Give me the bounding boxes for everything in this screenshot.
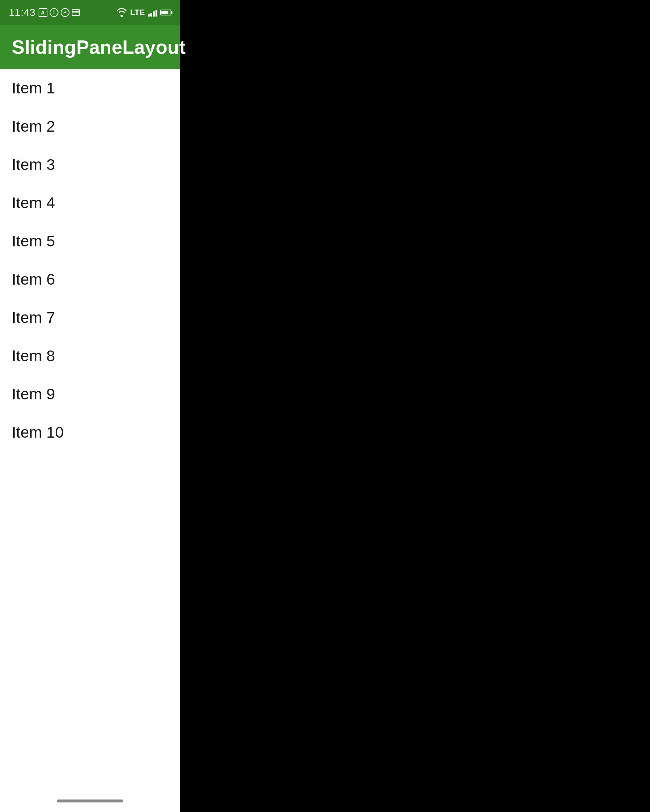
- list-item-text: Item 10: [12, 424, 64, 441]
- list-item-text: Item 1: [12, 79, 55, 97]
- list-item-text: Item 2: [12, 118, 55, 135]
- notification-card-icon: [72, 9, 80, 16]
- battery-fill: [162, 11, 168, 14]
- list-item[interactable]: Item 6: [0, 260, 180, 299]
- list-item[interactable]: Item 1: [0, 69, 180, 107]
- list-item-text: Item 4: [12, 194, 55, 212]
- signal-bar-4: [156, 10, 157, 17]
- wifi-icon: [116, 8, 127, 17]
- list-item[interactable]: Item 10: [0, 414, 180, 452]
- list-item[interactable]: Item 3: [0, 146, 180, 184]
- phone-panel: 11:43 A i P LTE: [0, 0, 180, 812]
- list-item[interactable]: Item 8: [0, 337, 180, 375]
- status-bar: 11:43 A i P LTE: [0, 0, 180, 25]
- list-item[interactable]: Item 9: [0, 375, 180, 414]
- list-item[interactable]: Item 4: [0, 184, 180, 222]
- list-container: Item 1 Item 2 Item 3 Item 4 Item 5 Item …: [0, 69, 180, 790]
- list-item-text: Item 5: [12, 232, 55, 250]
- status-bar-left: 11:43 A i P: [9, 7, 80, 18]
- notification-p-icon: P: [61, 8, 70, 17]
- notification-a-icon: A: [39, 8, 47, 17]
- list-item[interactable]: Item 2: [0, 107, 180, 146]
- list-item[interactable]: Item 7: [0, 299, 180, 337]
- list-item[interactable]: Item 5: [0, 222, 180, 260]
- status-bar-right: LTE: [116, 8, 171, 17]
- list-item-text: Item 9: [12, 385, 55, 403]
- list-item-text: Item 7: [12, 309, 55, 327]
- list-item-text: Item 6: [12, 271, 55, 288]
- app-bar: SlidingPaneLayout: [0, 25, 180, 69]
- lte-label: LTE: [130, 8, 145, 17]
- battery-icon: [160, 9, 171, 15]
- list-item-text: Item 3: [12, 156, 55, 174]
- notification-i-icon: i: [50, 8, 58, 17]
- status-icons: A i P: [39, 8, 80, 17]
- list-item-text: Item 8: [12, 347, 55, 365]
- signal-bar-2: [150, 13, 152, 17]
- signal-bar-3: [153, 11, 155, 17]
- status-time: 11:43: [9, 7, 36, 18]
- signal-bars-icon: [148, 8, 157, 17]
- home-bar: [57, 800, 123, 803]
- signal-bar-1: [148, 14, 150, 17]
- app-title: SlidingPaneLayout: [12, 36, 186, 58]
- home-indicator: [0, 790, 180, 812]
